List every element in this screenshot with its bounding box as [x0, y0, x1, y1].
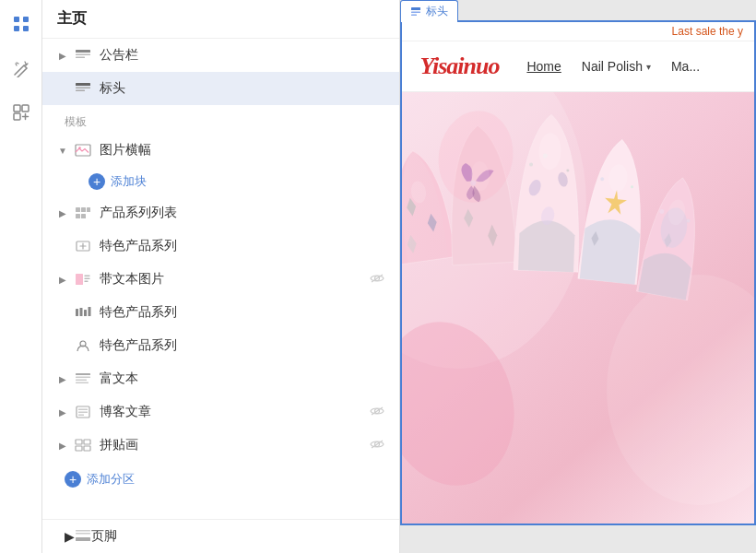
- add-block-btn[interactable]: + 添加块: [42, 167, 399, 196]
- svg-rect-17: [87, 207, 90, 212]
- sidebar-item-footer[interactable]: ▶ 页脚: [42, 519, 399, 553]
- sidebar-item-image-banner[interactable]: ▼ 图片横幅: [42, 134, 399, 167]
- sidebar-item-product-list[interactable]: ▶ 产品系列列表: [42, 196, 399, 229]
- arrow-icon-collage: ▶: [57, 440, 68, 451]
- svg-rect-48: [76, 537, 90, 541]
- collage-icon: [74, 436, 92, 454]
- sidebar-item-announcement[interactable]: ▶ 公告栏: [42, 39, 399, 72]
- svg-rect-18: [76, 214, 80, 218]
- featured-product3-icon: [74, 336, 92, 355]
- svg-rect-43: [84, 440, 90, 444]
- sidebar-item-featured-product2[interactable]: ▶ 特色产品系列: [42, 296, 399, 329]
- svg-rect-0: [14, 17, 19, 22]
- logo-area: Yisainuo: [420, 53, 500, 80]
- eye-icon-image-text[interactable]: [370, 272, 384, 287]
- svg-rect-37: [78, 409, 88, 411]
- image-banner-label: 图片横幅: [100, 142, 384, 159]
- svg-rect-39: [78, 415, 84, 417]
- svg-rect-45: [84, 446, 90, 451]
- blog-post-icon: [74, 403, 92, 421]
- add-section-label: 添加分区: [87, 471, 135, 488]
- featured-product1-icon: [74, 237, 92, 255]
- eye-icon-blog-post[interactable]: [370, 405, 384, 419]
- sidebar-item-collage[interactable]: ▶ 拼贴画: [42, 429, 399, 462]
- svg-rect-34: [76, 380, 87, 382]
- svg-rect-6: [14, 113, 20, 120]
- image-text-icon: [74, 270, 92, 288]
- svg-rect-19: [81, 214, 86, 218]
- arrow-icon-footer: ▶: [65, 529, 75, 544]
- sidebar-item-rich-text[interactable]: ▶ 富文本: [42, 362, 399, 395]
- nav-links: Home Nail Polish ▾ Ma...: [526, 59, 700, 74]
- announcement-text: Last sale the y: [672, 25, 743, 38]
- svg-rect-51: [411, 7, 420, 10]
- sidebar-item-image-with-text[interactable]: ▶ 带文本图片: [42, 263, 399, 296]
- content-area: 标头 Last sale the y Yisainuo Home: [400, 0, 757, 553]
- header-tab-label: 标头: [426, 4, 448, 19]
- arrow-icon-product-list: ▶: [57, 207, 68, 218]
- arrow-icon-blog-post: ▶: [57, 406, 68, 418]
- product-list-icon: [74, 204, 92, 222]
- sidebar-item-header[interactable]: ▶ 标头: [42, 72, 399, 105]
- svg-rect-28: [80, 308, 83, 316]
- svg-rect-27: [76, 309, 78, 316]
- header-label: 标头: [100, 80, 384, 97]
- svg-rect-30: [89, 307, 91, 316]
- sidebar-header: 主页: [42, 0, 399, 39]
- section-group: ▶ 公告栏 ▶: [42, 39, 399, 497]
- featured-product3-label: 特色产品系列: [100, 337, 384, 354]
- svg-rect-50: [76, 533, 90, 535]
- sidebar-item-featured-product3[interactable]: ▶ 特色产品系列: [42, 329, 399, 362]
- home-page-title: 主页: [57, 9, 87, 29]
- chevron-down-icon: ▾: [646, 62, 651, 72]
- header-tab-icon: [410, 6, 421, 18]
- svg-rect-1: [23, 17, 29, 22]
- svg-rect-35: [76, 382, 89, 384]
- product-list-label: 产品系列列表: [100, 205, 384, 221]
- eye-icon-collage[interactable]: [370, 438, 384, 453]
- image-banner-icon: [74, 141, 92, 159]
- magic-wand-icon-btn[interactable]: [6, 53, 36, 83]
- rich-text-icon: [74, 370, 92, 388]
- sidebar-item-blog-post[interactable]: ▶ 博客文章: [42, 395, 399, 429]
- nav-link-home[interactable]: Home: [526, 59, 561, 74]
- sidebar-item-featured-product1[interactable]: ▶ 特色产品系列: [42, 229, 399, 263]
- arrow-icon-image-text: ▶: [57, 274, 68, 285]
- rich-text-label: 富文本: [100, 371, 384, 387]
- arrow-icon-announcement: ▶: [57, 50, 68, 61]
- announcement-bar: Last sale the y: [402, 22, 755, 41]
- header-icon: [74, 79, 92, 98]
- svg-rect-32: [76, 373, 90, 375]
- footer-label: 页脚: [91, 528, 117, 545]
- grid-view-icon-btn[interactable]: [6, 9, 36, 39]
- svg-rect-33: [76, 377, 90, 379]
- add-block-plus-icon: +: [89, 173, 105, 190]
- svg-rect-38: [78, 412, 88, 414]
- svg-rect-21: [76, 274, 83, 285]
- svg-rect-22: [85, 276, 90, 277]
- svg-rect-24: [85, 281, 89, 283]
- svg-rect-44: [76, 446, 82, 451]
- featured-product1-label: 特色产品系列: [100, 238, 384, 254]
- add-section-icon-btn[interactable]: [6, 98, 36, 127]
- svg-rect-3: [23, 26, 29, 31]
- add-section-btn[interactable]: + 添加分区: [42, 462, 399, 497]
- preview-container: Last sale the y Yisainuo Home Nail Polis…: [400, 20, 757, 525]
- blog-post-label: 博客文章: [100, 404, 370, 420]
- sidebar-main: 主页 ▶ 公告栏 ▶: [42, 0, 400, 553]
- svg-rect-7: [76, 50, 90, 53]
- nav-link-nail-polish[interactable]: Nail Polish ▾: [582, 59, 651, 74]
- hero-image: [402, 92, 755, 524]
- logo-text: Yisainuo: [420, 53, 500, 79]
- svg-rect-9: [76, 57, 85, 59]
- svg-point-14: [78, 147, 80, 148]
- featured-product2-label: 特色产品系列: [100, 304, 384, 321]
- svg-rect-12: [76, 90, 85, 92]
- footer-icon: [75, 529, 91, 545]
- arrow-icon-image-banner: ▼: [57, 145, 68, 156]
- svg-rect-4: [14, 105, 20, 112]
- header-tab[interactable]: 标头: [400, 0, 458, 22]
- svg-rect-10: [76, 83, 90, 86]
- nav-link-ma[interactable]: Ma...: [671, 59, 700, 74]
- svg-rect-16: [81, 207, 86, 212]
